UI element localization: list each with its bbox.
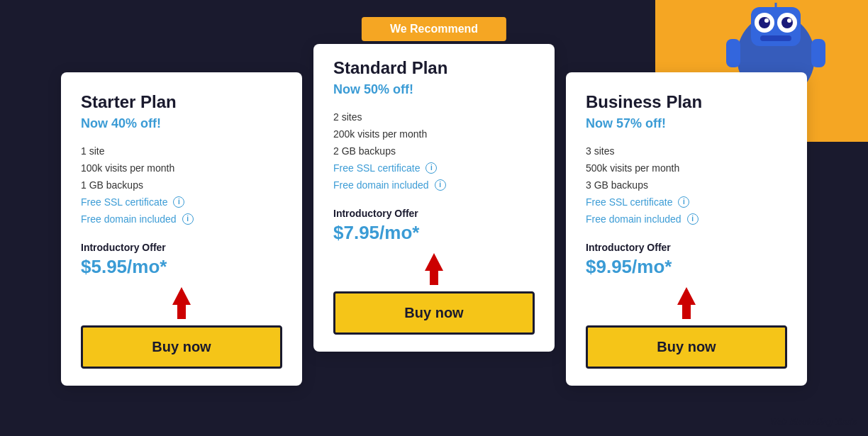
business-price: $9.95/mo* — [586, 256, 787, 278]
standard-discount: Now 50% off! — [333, 82, 535, 97]
ssl-info-icon-biz[interactable]: i — [678, 196, 689, 208]
svg-point-5 — [781, 17, 793, 28]
svg-rect-12 — [811, 39, 825, 67]
standard-plan-card: We Recommend Standard Plan Now 50% off! … — [313, 44, 555, 352]
starter-feature-2: 100k visits per month — [81, 160, 282, 177]
svg-point-6 — [764, 18, 769, 23]
standard-feature-1: 2 sites — [333, 108, 535, 125]
standard-features: 2 sites 200k visits per month 2 GB backu… — [333, 108, 535, 194]
business-plan-card: Business Plan Now 57% off! 3 sites 500k … — [566, 72, 807, 386]
business-buy-button[interactable]: Buy now — [586, 325, 787, 369]
ssl-info-icon-std[interactable]: i — [425, 162, 437, 174]
standard-feature-4: Free SSL certificate i — [333, 160, 535, 177]
pricing-container: Starter Plan Now 40% off! 1 site 100k vi… — [55, 72, 813, 386]
business-feature-1: 3 sites — [586, 142, 787, 160]
svg-point-10 — [773, 0, 779, 3]
business-discount: Now 57% off! — [586, 116, 787, 131]
business-feature-3: 3 GB backups — [586, 177, 787, 194]
svg-rect-8 — [760, 35, 791, 41]
business-plan-title: Business Plan — [586, 92, 787, 112]
business-features: 3 sites 500k visits per month 3 GB backu… — [586, 142, 787, 228]
svg-marker-14 — [172, 287, 191, 319]
domain-info-icon[interactable]: i — [182, 213, 194, 225]
starter-price: $5.95/mo* — [81, 256, 282, 278]
starter-discount: Now 40% off! — [81, 116, 282, 131]
starter-feature-1: 1 site — [81, 142, 282, 160]
business-arrow — [586, 284, 787, 323]
svg-marker-16 — [677, 287, 696, 319]
business-feature-2: 500k visits per month — [586, 160, 787, 177]
starter-intro-label: Introductory Offer — [81, 242, 282, 253]
svg-point-4 — [759, 17, 770, 28]
standard-feature-2: 200k visits per month — [333, 125, 535, 142]
starter-buy-button[interactable]: Buy now — [81, 325, 282, 369]
standard-plan-title: Standard Plan — [333, 58, 535, 78]
starter-arrow — [81, 284, 282, 323]
business-intro-label: Introductory Offer — [586, 242, 787, 253]
starter-feature-3: 1 GB backups — [81, 177, 282, 194]
standard-arrow — [333, 250, 535, 289]
starter-feature-4: Free SSL certificate i — [81, 194, 282, 211]
watermark: Web Marketing Tools — [769, 416, 857, 427]
svg-marker-15 — [425, 253, 443, 285]
starter-feature-5: Free domain included i — [81, 211, 282, 228]
standard-price: $7.95/mo* — [333, 222, 535, 244]
domain-info-icon-biz[interactable]: i — [687, 213, 699, 225]
business-feature-4: Free SSL certificate i — [586, 194, 787, 211]
svg-rect-11 — [726, 39, 740, 67]
starter-plan-card: Starter Plan Now 40% off! 1 site 100k vi… — [61, 72, 302, 386]
domain-info-icon-std[interactable]: i — [435, 179, 446, 191]
standard-intro-label: Introductory Offer — [333, 208, 535, 219]
business-feature-5: Free domain included i — [586, 211, 787, 228]
starter-plan-title: Starter Plan — [81, 92, 282, 112]
standard-buy-button[interactable]: Buy now — [333, 291, 535, 335]
recommend-badge: We Recommend — [362, 17, 506, 41]
ssl-info-icon[interactable]: i — [173, 196, 184, 208]
standard-feature-5: Free domain included i — [333, 177, 535, 194]
standard-feature-3: 2 GB backups — [333, 142, 535, 160]
svg-point-7 — [787, 18, 791, 23]
starter-features: 1 site 100k visits per month 1 GB backup… — [81, 142, 282, 228]
